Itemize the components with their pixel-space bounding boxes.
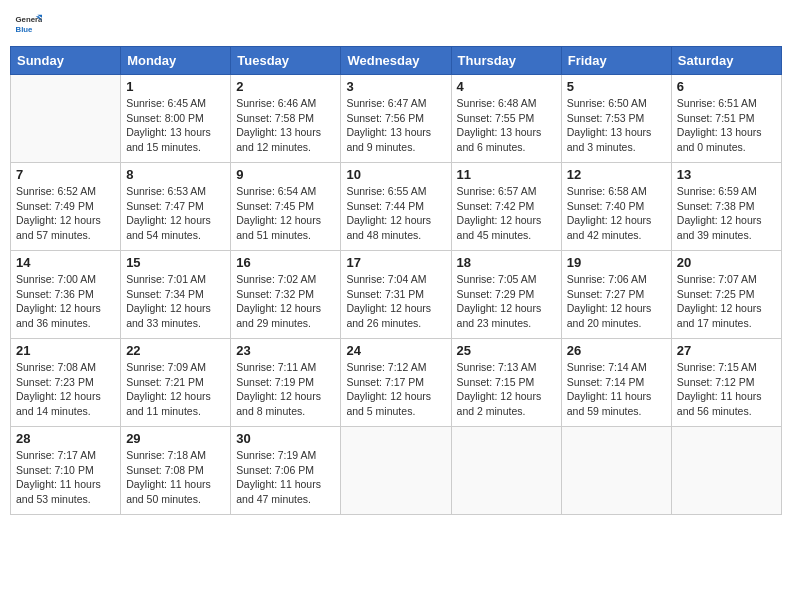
calendar-cell: 8Sunrise: 6:53 AM Sunset: 7:47 PM Daylig… <box>121 163 231 251</box>
calendar-cell: 22Sunrise: 7:09 AM Sunset: 7:21 PM Dayli… <box>121 339 231 427</box>
week-row-1: 1Sunrise: 6:45 AM Sunset: 8:00 PM Daylig… <box>11 75 782 163</box>
week-row-3: 14Sunrise: 7:00 AM Sunset: 7:36 PM Dayli… <box>11 251 782 339</box>
logo-icon: General Blue <box>14 10 42 38</box>
day-number: 23 <box>236 343 335 358</box>
day-info: Sunrise: 7:12 AM Sunset: 7:17 PM Dayligh… <box>346 360 445 419</box>
day-info: Sunrise: 7:13 AM Sunset: 7:15 PM Dayligh… <box>457 360 556 419</box>
calendar-cell: 23Sunrise: 7:11 AM Sunset: 7:19 PM Dayli… <box>231 339 341 427</box>
day-number: 22 <box>126 343 225 358</box>
day-number: 6 <box>677 79 776 94</box>
day-info: Sunrise: 7:01 AM Sunset: 7:34 PM Dayligh… <box>126 272 225 331</box>
day-number: 18 <box>457 255 556 270</box>
day-info: Sunrise: 6:58 AM Sunset: 7:40 PM Dayligh… <box>567 184 666 243</box>
day-info: Sunrise: 7:04 AM Sunset: 7:31 PM Dayligh… <box>346 272 445 331</box>
day-number: 4 <box>457 79 556 94</box>
day-number: 21 <box>16 343 115 358</box>
calendar-cell: 17Sunrise: 7:04 AM Sunset: 7:31 PM Dayli… <box>341 251 451 339</box>
calendar-header-friday: Friday <box>561 47 671 75</box>
day-info: Sunrise: 6:59 AM Sunset: 7:38 PM Dayligh… <box>677 184 776 243</box>
calendar-header-tuesday: Tuesday <box>231 47 341 75</box>
logo: General Blue <box>14 10 46 38</box>
day-info: Sunrise: 7:08 AM Sunset: 7:23 PM Dayligh… <box>16 360 115 419</box>
calendar-cell: 18Sunrise: 7:05 AM Sunset: 7:29 PM Dayli… <box>451 251 561 339</box>
day-number: 15 <box>126 255 225 270</box>
day-number: 13 <box>677 167 776 182</box>
calendar-table: SundayMondayTuesdayWednesdayThursdayFrid… <box>10 46 782 515</box>
calendar-cell <box>341 427 451 515</box>
day-number: 9 <box>236 167 335 182</box>
day-number: 3 <box>346 79 445 94</box>
calendar-cell: 15Sunrise: 7:01 AM Sunset: 7:34 PM Dayli… <box>121 251 231 339</box>
day-number: 8 <box>126 167 225 182</box>
calendar-cell: 3Sunrise: 6:47 AM Sunset: 7:56 PM Daylig… <box>341 75 451 163</box>
day-number: 27 <box>677 343 776 358</box>
calendar-header-wednesday: Wednesday <box>341 47 451 75</box>
calendar-cell: 2Sunrise: 6:46 AM Sunset: 7:58 PM Daylig… <box>231 75 341 163</box>
day-number: 20 <box>677 255 776 270</box>
calendar-cell: 1Sunrise: 6:45 AM Sunset: 8:00 PM Daylig… <box>121 75 231 163</box>
day-info: Sunrise: 7:09 AM Sunset: 7:21 PM Dayligh… <box>126 360 225 419</box>
day-info: Sunrise: 7:05 AM Sunset: 7:29 PM Dayligh… <box>457 272 556 331</box>
week-row-4: 21Sunrise: 7:08 AM Sunset: 7:23 PM Dayli… <box>11 339 782 427</box>
calendar-header-saturday: Saturday <box>671 47 781 75</box>
calendar-cell: 14Sunrise: 7:00 AM Sunset: 7:36 PM Dayli… <box>11 251 121 339</box>
day-info: Sunrise: 6:52 AM Sunset: 7:49 PM Dayligh… <box>16 184 115 243</box>
day-info: Sunrise: 7:11 AM Sunset: 7:19 PM Dayligh… <box>236 360 335 419</box>
calendar-cell: 13Sunrise: 6:59 AM Sunset: 7:38 PM Dayli… <box>671 163 781 251</box>
day-info: Sunrise: 6:57 AM Sunset: 7:42 PM Dayligh… <box>457 184 556 243</box>
day-info: Sunrise: 6:45 AM Sunset: 8:00 PM Dayligh… <box>126 96 225 155</box>
day-number: 2 <box>236 79 335 94</box>
calendar-cell: 26Sunrise: 7:14 AM Sunset: 7:14 PM Dayli… <box>561 339 671 427</box>
day-number: 16 <box>236 255 335 270</box>
day-info: Sunrise: 7:15 AM Sunset: 7:12 PM Dayligh… <box>677 360 776 419</box>
day-info: Sunrise: 7:02 AM Sunset: 7:32 PM Dayligh… <box>236 272 335 331</box>
day-info: Sunrise: 7:17 AM Sunset: 7:10 PM Dayligh… <box>16 448 115 507</box>
calendar-cell <box>451 427 561 515</box>
svg-text:Blue: Blue <box>16 25 34 34</box>
day-number: 25 <box>457 343 556 358</box>
calendar-cell: 30Sunrise: 7:19 AM Sunset: 7:06 PM Dayli… <box>231 427 341 515</box>
day-info: Sunrise: 7:18 AM Sunset: 7:08 PM Dayligh… <box>126 448 225 507</box>
day-number: 24 <box>346 343 445 358</box>
page-header: General Blue <box>10 10 782 38</box>
calendar-cell <box>11 75 121 163</box>
calendar-cell: 24Sunrise: 7:12 AM Sunset: 7:17 PM Dayli… <box>341 339 451 427</box>
day-info: Sunrise: 7:00 AM Sunset: 7:36 PM Dayligh… <box>16 272 115 331</box>
calendar-header-row: SundayMondayTuesdayWednesdayThursdayFrid… <box>11 47 782 75</box>
day-number: 28 <box>16 431 115 446</box>
day-number: 10 <box>346 167 445 182</box>
day-number: 7 <box>16 167 115 182</box>
calendar-cell: 7Sunrise: 6:52 AM Sunset: 7:49 PM Daylig… <box>11 163 121 251</box>
day-info: Sunrise: 6:46 AM Sunset: 7:58 PM Dayligh… <box>236 96 335 155</box>
calendar-cell: 27Sunrise: 7:15 AM Sunset: 7:12 PM Dayli… <box>671 339 781 427</box>
day-info: Sunrise: 7:14 AM Sunset: 7:14 PM Dayligh… <box>567 360 666 419</box>
day-number: 14 <box>16 255 115 270</box>
calendar-cell: 19Sunrise: 7:06 AM Sunset: 7:27 PM Dayli… <box>561 251 671 339</box>
calendar-cell: 10Sunrise: 6:55 AM Sunset: 7:44 PM Dayli… <box>341 163 451 251</box>
calendar-cell <box>671 427 781 515</box>
calendar-header-monday: Monday <box>121 47 231 75</box>
day-number: 5 <box>567 79 666 94</box>
day-number: 26 <box>567 343 666 358</box>
calendar-header-sunday: Sunday <box>11 47 121 75</box>
calendar-cell: 11Sunrise: 6:57 AM Sunset: 7:42 PM Dayli… <box>451 163 561 251</box>
day-info: Sunrise: 6:55 AM Sunset: 7:44 PM Dayligh… <box>346 184 445 243</box>
calendar-cell: 12Sunrise: 6:58 AM Sunset: 7:40 PM Dayli… <box>561 163 671 251</box>
day-info: Sunrise: 7:19 AM Sunset: 7:06 PM Dayligh… <box>236 448 335 507</box>
week-row-2: 7Sunrise: 6:52 AM Sunset: 7:49 PM Daylig… <box>11 163 782 251</box>
day-number: 1 <box>126 79 225 94</box>
calendar-cell: 9Sunrise: 6:54 AM Sunset: 7:45 PM Daylig… <box>231 163 341 251</box>
calendar-cell: 6Sunrise: 6:51 AM Sunset: 7:51 PM Daylig… <box>671 75 781 163</box>
day-number: 29 <box>126 431 225 446</box>
day-number: 30 <box>236 431 335 446</box>
day-number: 19 <box>567 255 666 270</box>
day-info: Sunrise: 7:06 AM Sunset: 7:27 PM Dayligh… <box>567 272 666 331</box>
day-info: Sunrise: 7:07 AM Sunset: 7:25 PM Dayligh… <box>677 272 776 331</box>
calendar-cell: 20Sunrise: 7:07 AM Sunset: 7:25 PM Dayli… <box>671 251 781 339</box>
day-info: Sunrise: 6:54 AM Sunset: 7:45 PM Dayligh… <box>236 184 335 243</box>
calendar-cell: 5Sunrise: 6:50 AM Sunset: 7:53 PM Daylig… <box>561 75 671 163</box>
day-number: 12 <box>567 167 666 182</box>
calendar-cell <box>561 427 671 515</box>
calendar-header-thursday: Thursday <box>451 47 561 75</box>
calendar-cell: 28Sunrise: 7:17 AM Sunset: 7:10 PM Dayli… <box>11 427 121 515</box>
